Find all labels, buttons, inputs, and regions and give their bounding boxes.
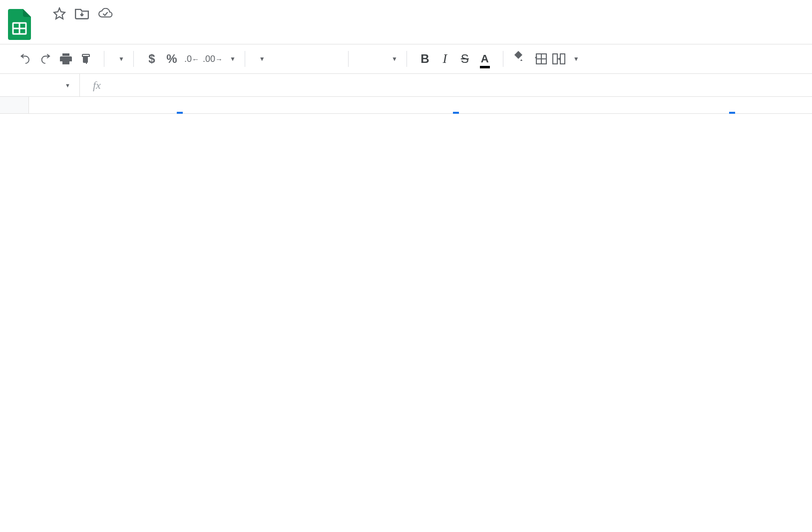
format-currency-icon[interactable]: $ — [143, 50, 161, 68]
toolbar: ▼ $ % .0← .00→ ▼ ▼ ▼ B I S A ▾ ▼ — [0, 44, 812, 74]
title-bar — [0, 0, 812, 44]
redo-icon[interactable] — [37, 50, 55, 68]
print-icon[interactable] — [57, 50, 75, 68]
name-box[interactable]: ▼ — [0, 74, 80, 96]
cloud-status-icon[interactable] — [98, 8, 113, 21]
spreadsheet-grid[interactable] — [0, 97, 812, 114]
zoom-select[interactable]: ▼ — [113, 55, 124, 62]
increase-decimal-icon[interactable]: .00→ — [203, 50, 223, 68]
fx-icon: fx — [80, 79, 114, 92]
bold-icon[interactable]: B — [416, 50, 434, 68]
menu-bar — [44, 22, 182, 33]
font-size-select[interactable]: ▼ — [358, 55, 398, 62]
sheets-logo-icon[interactable] — [5, 5, 34, 44]
move-to-folder-icon[interactable] — [75, 7, 89, 21]
select-all-corner[interactable] — [0, 97, 29, 113]
fill-color-icon[interactable]: ▾ — [512, 50, 530, 68]
formula-bar-row: ▼ fx — [0, 74, 812, 97]
star-icon[interactable] — [53, 7, 66, 22]
strikethrough-icon[interactable]: S — [456, 50, 474, 68]
merge-cells-icon[interactable]: ▼ — [552, 53, 579, 64]
italic-icon[interactable]: I — [436, 50, 454, 68]
undo-icon[interactable] — [17, 50, 35, 68]
text-color-icon[interactable]: A — [476, 50, 494, 68]
format-percent-icon[interactable]: % — [163, 50, 181, 68]
svg-rect-6 — [553, 54, 557, 64]
font-family-select[interactable]: ▼ — [254, 55, 339, 62]
decrease-decimal-icon[interactable]: .0← — [183, 50, 201, 68]
paint-format-icon[interactable] — [77, 50, 95, 68]
more-formats-select[interactable]: ▼ — [225, 55, 236, 62]
